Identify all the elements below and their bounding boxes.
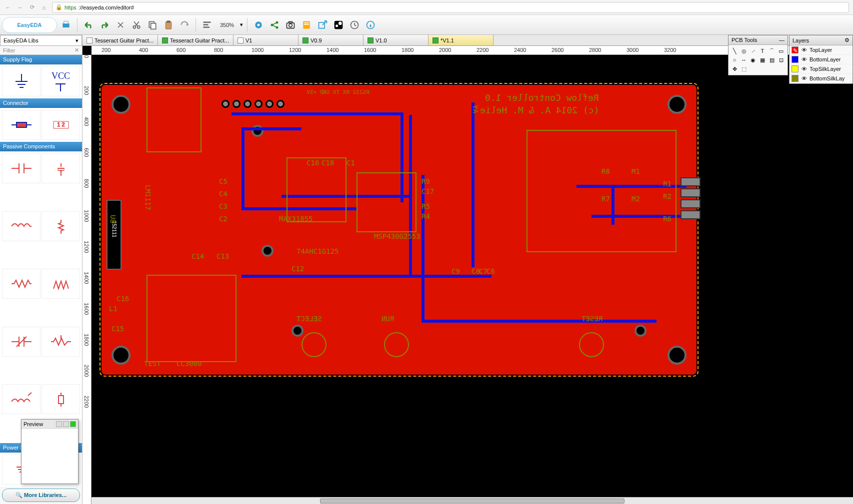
resistor-us2-symbol[interactable] <box>42 269 80 299</box>
text-tool[interactable]: T <box>758 47 766 55</box>
section-connector[interactable]: Connector <box>0 98 82 108</box>
layer-color-swatch[interactable]: ✎ <box>792 46 798 53</box>
filter-input[interactable]: Filter ✕ <box>0 46 82 55</box>
layer-name: BottomSilkLay <box>810 75 844 81</box>
tab-label: V1.0 <box>376 37 387 43</box>
ruler-tick: 200 <box>102 47 110 53</box>
ruler-tick: 200 <box>84 86 90 95</box>
resistor-us-symbol[interactable] <box>2 269 40 299</box>
via-tool[interactable]: ⟋ <box>749 47 757 55</box>
fuse-symbol[interactable] <box>42 384 80 414</box>
bom-button[interactable] <box>300 18 314 32</box>
capacitor-pol-symbol[interactable] <box>42 153 80 183</box>
ruler-tick: 400 <box>84 117 90 126</box>
redo-button[interactable] <box>98 18 112 32</box>
layer-row[interactable]: 👁BottomLayer <box>790 55 852 64</box>
hole-tool[interactable]: ◉ <box>749 56 757 64</box>
delete-button[interactable] <box>114 18 128 32</box>
document-tab[interactable]: *V1.1 <box>428 35 494 45</box>
preview-header: Preview <box>22 420 78 429</box>
layer-color-swatch[interactable] <box>792 75 798 82</box>
board-title: Reflow Controller 1.0 <box>485 92 599 103</box>
steam-button[interactable] <box>332 18 346 32</box>
section-passive[interactable]: Passive Components <box>0 142 82 151</box>
capacitor-symbol[interactable] <box>2 153 40 183</box>
svg-point-15 <box>276 26 278 28</box>
undo-button[interactable] <box>82 18 96 32</box>
layer-row[interactable]: 👁TopSilkLayer <box>790 64 852 74</box>
library-dropdown[interactable]: EasyEDA Libs ▾ <box>0 35 82 46</box>
share-button[interactable] <box>268 18 282 32</box>
varistor-symbol[interactable] <box>2 327 40 357</box>
pencil-icon[interactable] <box>56 421 62 427</box>
reload-button[interactable]: ⟳ <box>28 3 36 11</box>
move-tool[interactable]: ✥ <box>730 65 738 73</box>
via <box>252 125 264 137</box>
section-supply-flag[interactable]: Supply Flag <box>0 55 82 64</box>
chevron-down-icon: ▾ <box>76 37 78 44</box>
eye-icon[interactable]: 👁 <box>800 65 808 72</box>
layer-color-swatch[interactable] <box>792 56 798 63</box>
ruler-tick: 2200 <box>476 47 488 53</box>
history-button[interactable] <box>348 18 362 32</box>
align-button[interactable] <box>200 18 214 32</box>
eye-icon[interactable]: 👁 <box>800 56 808 63</box>
track-tool[interactable]: ╲ <box>730 47 738 55</box>
eye-icon[interactable]: 👁 <box>800 46 808 53</box>
gnd-symbol[interactable] <box>2 66 40 96</box>
layer-name: TopLayer <box>810 47 832 53</box>
group-tool[interactable]: ⬚ <box>740 65 748 73</box>
paste-button[interactable] <box>162 18 176 32</box>
document-tab[interactable]: Tesseract Guitar Pract... <box>82 35 158 45</box>
cut-button[interactable] <box>130 18 144 32</box>
document-tab[interactable]: V1 <box>234 35 298 45</box>
camera-button[interactable] <box>284 18 298 32</box>
vcc-symbol[interactable]: VCC <box>42 66 80 96</box>
minimize-icon[interactable]: — <box>779 37 784 43</box>
home-button[interactable]: ⌂ <box>40 3 48 11</box>
view-icon[interactable] <box>63 421 69 427</box>
url-bar[interactable]: 🔒 https://easyeda.com/editor# <box>52 2 849 13</box>
zoom-level[interactable]: 350% <box>216 22 238 28</box>
document-tab[interactable]: V1.0 <box>364 35 428 45</box>
gear-icon[interactable]: ⚙ <box>844 37 850 43</box>
scrollbar-thumb[interactable] <box>320 499 624 504</box>
pcb-canvas[interactable]: 152111 Reflow Controller 1.0 (c) 2014 A.… <box>92 55 853 504</box>
circle-tool[interactable]: ○ <box>730 56 738 64</box>
pcb-tools-header[interactable]: PCB Tools — <box>728 35 788 45</box>
potentiometer-symbol[interactable] <box>42 327 80 357</box>
info-button[interactable] <box>364 18 378 32</box>
layer-color-swatch[interactable] <box>792 65 798 72</box>
layer-row[interactable]: ✎👁TopLayer <box>790 45 852 55</box>
export-button[interactable] <box>316 18 330 32</box>
document-tab[interactable]: V0.9 <box>298 35 364 45</box>
layers-header[interactable]: Layers ⚙ <box>790 35 852 45</box>
copy-button[interactable] <box>146 18 160 32</box>
inductor2-symbol[interactable] <box>2 384 40 414</box>
copper-tool[interactable]: ▨ <box>768 56 776 64</box>
forward-button[interactable]: → <box>16 3 24 11</box>
color-icon[interactable] <box>70 421 76 427</box>
resistor-eu-symbol[interactable] <box>42 211 80 241</box>
connect-tool[interactable]: ⊡ <box>777 56 785 64</box>
image-tool[interactable]: ▦ <box>758 56 766 64</box>
settings-button[interactable] <box>252 18 266 32</box>
back-button[interactable]: ← <box>4 3 12 11</box>
connector-1[interactable] <box>2 110 40 140</box>
silk-label: RESET <box>582 315 602 323</box>
cross-paste-button[interactable] <box>178 18 192 32</box>
inductor-symbol[interactable] <box>2 211 40 241</box>
more-libraries-button[interactable]: 🔍 More Libraries... <box>2 489 80 502</box>
layer-row[interactable]: 👁BottomSilkLay <box>790 74 852 83</box>
document-tab[interactable]: Tesseract Guitar Pract... <box>158 35 234 45</box>
arc-tool[interactable]: ⌒ <box>768 47 776 55</box>
print-button[interactable] <box>59 18 73 32</box>
pad-tool[interactable]: ◎ <box>740 47 748 55</box>
connector-2[interactable]: 1 2 <box>42 110 80 140</box>
horizontal-scrollbar[interactable] <box>92 497 853 504</box>
dimension-tool[interactable]: ↔ <box>740 56 748 64</box>
rect-tool[interactable]: ▭ <box>777 47 785 55</box>
close-icon[interactable]: ✕ <box>74 47 79 53</box>
easyeda-logo[interactable]: EasyEDA <box>2 17 57 33</box>
eye-icon[interactable]: 👁 <box>800 75 808 82</box>
